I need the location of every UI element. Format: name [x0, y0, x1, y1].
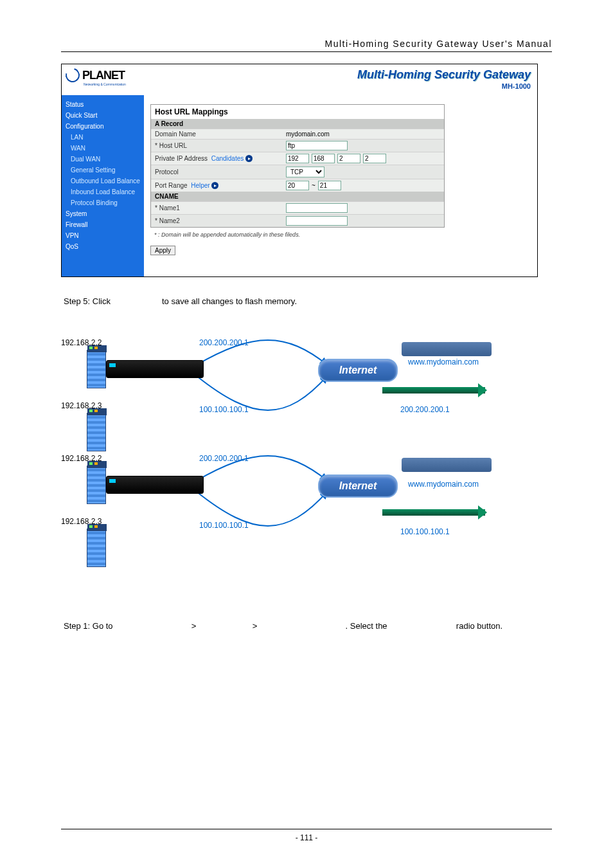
network-diagram: 192.168.2.2 192.168.2.3 200.200.200.1 10…: [61, 338, 537, 595]
sidebar-item-firewall[interactable]: Firewall: [62, 219, 144, 230]
remote-server-icon: [402, 458, 492, 472]
logo-subtext: Networking & Communication: [84, 82, 126, 86]
doc-header: Multi-Homing Security Gateway User's Man…: [61, 39, 552, 49]
info-icon[interactable]: ▸: [211, 182, 218, 189]
domain-label: www.mydomain.com: [408, 357, 479, 366]
sidebar-item-qos[interactable]: QoS: [62, 241, 144, 252]
input-name1[interactable]: [286, 203, 348, 213]
sidebar-item-protocolbinding[interactable]: Protocol Binding: [62, 197, 144, 208]
sidebar-item-status[interactable]: Status: [62, 99, 144, 110]
input-ip2[interactable]: [312, 154, 335, 163]
server-icon: [87, 350, 106, 388]
sidebar-item-wan[interactable]: WAN: [62, 143, 144, 154]
server-icon: [87, 413, 106, 451]
step1-text: Step 1: Go to > > . Select the radio but…: [64, 621, 552, 631]
sidebar-item-dualwan[interactable]: Dual WAN: [62, 154, 144, 165]
sidebar-item-outbound[interactable]: Outbound Load Balance: [62, 176, 144, 186]
label-hosturl: * Host URL: [155, 142, 283, 149]
input-ip4[interactable]: [363, 154, 386, 163]
sidebar-item-lan[interactable]: LAN: [62, 132, 144, 143]
input-port1[interactable]: [286, 181, 309, 190]
input-name2[interactable]: [286, 216, 348, 226]
sidebar: Status Quick Start Configuration LAN WAN…: [62, 95, 144, 276]
row-domain: Domain Name mydomain.com: [151, 129, 444, 139]
section-cname: CNAME: [151, 192, 444, 201]
label-domain: Domain Name: [155, 131, 283, 138]
main-panel: Host URL Mappings A Record Domain Name m…: [144, 95, 537, 276]
arrow-icon: [382, 387, 485, 393]
dns-label: 200.200.200.1: [400, 405, 450, 414]
input-ip3[interactable]: [337, 154, 360, 163]
value-domain: mydomain.com: [286, 131, 330, 138]
apply-button[interactable]: Apply: [150, 246, 175, 255]
router-ui-screenshot: PLANET Networking & Communication Multi-…: [61, 64, 538, 277]
label-name2: * Name2: [155, 217, 283, 224]
sidebar-item-configuration[interactable]: Configuration: [62, 121, 144, 132]
domain-label: www.mydomain.com: [408, 480, 479, 489]
select-protocol[interactable]: TCP: [286, 167, 324, 177]
sidebar-item-quickstart[interactable]: Quick Start: [62, 110, 144, 121]
row-portrange: Port Range Helper ▸ ~: [151, 179, 444, 192]
internet-badge: Internet: [318, 359, 398, 382]
brand-model: MH-1000: [502, 82, 531, 90]
logo: PLANET Networking & Communication: [66, 68, 125, 82]
brand-title: Multi-Homing Security Gateway: [357, 68, 531, 82]
header-rule: [61, 51, 552, 52]
helper-link[interactable]: Helper: [191, 182, 209, 189]
label-privip: Private IP Address Candidates ▸: [155, 155, 283, 163]
candidates-link[interactable]: Candidates: [211, 155, 244, 162]
row-protocol: Protocol TCP: [151, 165, 444, 179]
dns-label: 100.100.100.1: [400, 527, 450, 536]
row-hosturl: * Host URL: [151, 139, 444, 152]
wan2-label: 100.100.100.1: [199, 521, 249, 530]
step5-text: Step 5: Clickto save all changes to flas…: [64, 296, 552, 306]
sidebar-item-vpn[interactable]: VPN: [62, 230, 144, 241]
row-privip: Private IP Address Candidates ▸: [151, 152, 444, 165]
router-icon: [106, 476, 204, 494]
row-name1: * Name1: [151, 201, 444, 214]
internet-badge: Internet: [318, 475, 398, 498]
wan1-label: 200.200.200.1: [199, 338, 249, 347]
row-name2: * Name2: [151, 214, 444, 227]
label-protocol: Protocol: [155, 168, 283, 176]
logo-text: PLANET: [82, 69, 125, 82]
label-portrange: Port Range Helper ▸: [155, 182, 283, 190]
input-ip1[interactable]: [286, 154, 309, 163]
sidebar-item-system[interactable]: System: [62, 208, 144, 219]
sidebar-item-inbound[interactable]: Inbound Load Balance: [62, 186, 144, 197]
remote-server-icon: [402, 342, 492, 356]
info-icon[interactable]: ▸: [245, 155, 253, 162]
label-name1: * Name1: [155, 204, 283, 212]
wan2-label: 100.100.100.1: [199, 405, 249, 414]
footnote: * : Domain will be appended automaticall…: [150, 228, 537, 242]
server-icon: [87, 466, 106, 504]
server-icon: [87, 529, 106, 567]
router-icon: [106, 360, 204, 378]
wan1-label: 200.200.200.1: [199, 454, 249, 463]
page-number: - 111 -: [61, 829, 552, 842]
sidebar-item-generalsetting[interactable]: General Setting: [62, 165, 144, 176]
input-hosturl[interactable]: [286, 141, 348, 150]
panel-title: Host URL Mappings: [151, 105, 444, 119]
arrow-icon: [382, 509, 485, 516]
port-sep: ~: [312, 182, 315, 189]
section-arecord: A Record: [151, 119, 444, 129]
logo-icon: [63, 66, 82, 85]
input-port2[interactable]: [318, 181, 341, 190]
